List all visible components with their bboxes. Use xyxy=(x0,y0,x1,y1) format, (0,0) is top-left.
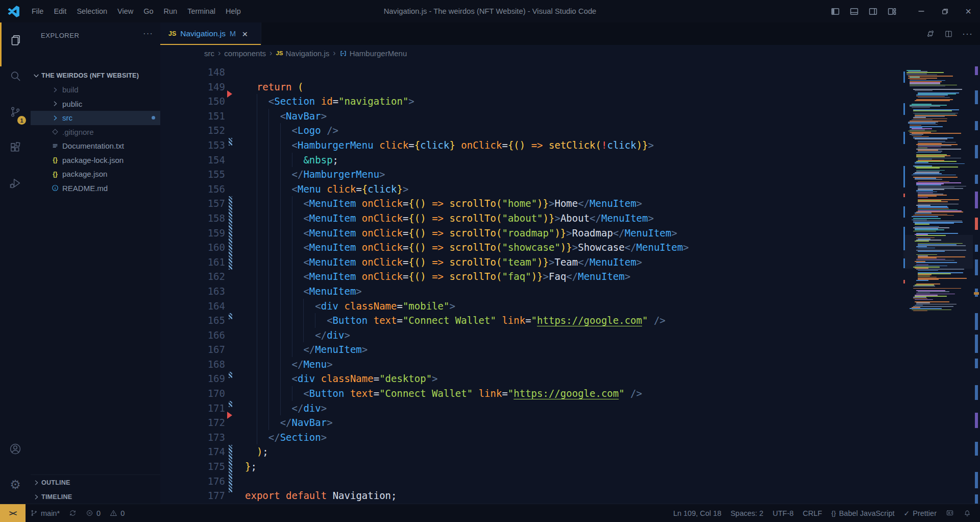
token: } xyxy=(537,271,543,282)
section-outline[interactable]: OUTLINE xyxy=(31,475,160,489)
status-notifications[interactable] xyxy=(959,504,976,522)
status-git-branch[interactable]: main* xyxy=(26,504,64,522)
restore-button[interactable] xyxy=(933,0,957,22)
indent-guide xyxy=(292,328,292,343)
minimap[interactable] xyxy=(903,61,973,504)
breadcrumb-label: Navigation.js xyxy=(285,49,329,58)
activity-search-icon[interactable] xyxy=(0,58,31,94)
vscode-window: FileEditSelectionViewGoRunTerminalHelp N… xyxy=(0,0,980,522)
activity-gear-icon[interactable]: ⚙ xyxy=(0,467,31,503)
minimap-line xyxy=(918,207,948,208)
close-button[interactable]: × xyxy=(957,0,980,22)
token xyxy=(543,139,549,151)
token: onClick xyxy=(362,227,403,239)
breadcrumb-navigation-js[interactable]: JSNavigation.js xyxy=(276,49,329,58)
layout-sidebar-right-icon[interactable] xyxy=(869,7,877,16)
breadcrumb-separator: › xyxy=(218,49,220,58)
activity-extensions-icon[interactable] xyxy=(0,130,31,165)
split-editor-icon[interactable] xyxy=(944,30,953,38)
tree-item-package-json[interactable]: {}package.json xyxy=(31,167,160,181)
layout-panel-icon[interactable] xyxy=(850,7,859,16)
layout-custom-icon[interactable] xyxy=(888,7,896,16)
token: onClick xyxy=(362,212,403,224)
token: "team" xyxy=(502,256,537,268)
line-tokens: <HamburgerMenu click={click} onClick={()… xyxy=(245,138,654,153)
minimap-line xyxy=(916,94,948,96)
symbol-icon xyxy=(339,50,347,57)
menu-file[interactable]: File xyxy=(27,0,48,22)
activity-run-debug-icon[interactable] xyxy=(0,165,31,201)
token: scrollTo xyxy=(449,256,496,268)
indent-guide xyxy=(280,284,281,299)
close-tab-icon[interactable]: × xyxy=(242,29,248,39)
menu-go[interactable]: Go xyxy=(138,0,158,22)
activity-files-icon[interactable] xyxy=(0,22,31,58)
titlebar-controls: × xyxy=(831,0,980,22)
token xyxy=(356,212,361,224)
status-language[interactable]: {}Babel JavaScript xyxy=(827,504,899,522)
minimap-line xyxy=(910,308,942,309)
workspace-section-header[interactable]: THE WEIRDOS (NFT WEBSITE) xyxy=(31,68,160,83)
token: > xyxy=(408,96,414,107)
tree-item-build[interactable]: build xyxy=(31,83,160,97)
indent-guide xyxy=(257,299,257,314)
menu-terminal[interactable]: Terminal xyxy=(182,0,220,22)
breadcrumb-hamburgermenu[interactable]: HamburgerMenu xyxy=(339,49,407,58)
tree-item-readme-md[interactable]: README.md xyxy=(31,181,160,196)
token: id xyxy=(321,96,333,107)
token: onClick xyxy=(461,139,502,151)
token: About xyxy=(560,212,590,224)
status-eol[interactable]: CRLF xyxy=(798,504,827,522)
tree-item-public[interactable]: public xyxy=(31,97,160,111)
status-remote[interactable]: >< xyxy=(0,504,26,522)
tree-item--gitignore[interactable]: .gitignore xyxy=(31,125,160,139)
menu-run[interactable]: Run xyxy=(159,0,183,22)
status-encoding[interactable]: UTF-8 xyxy=(768,504,798,522)
token: } xyxy=(560,227,566,239)
menu-view[interactable]: View xyxy=(112,0,138,22)
tree-item-documentation-txt[interactable]: Documentation.txt xyxy=(31,139,160,153)
status-formatter[interactable]: ✓Prettier xyxy=(899,504,941,522)
line-tokens: <div className="mobile"> xyxy=(245,299,455,314)
open-changes-icon[interactable] xyxy=(926,29,935,38)
token xyxy=(356,256,361,268)
indent-guide xyxy=(268,371,269,386)
overview-ruler-mark xyxy=(975,313,978,330)
status-warnings[interactable]: 0 xyxy=(105,504,129,522)
token: > xyxy=(671,227,677,239)
code-editor[interactable]: 1481491501511521531541551561571581591601… xyxy=(160,61,980,504)
status-sync[interactable] xyxy=(64,504,81,522)
menu-selection[interactable]: Selection xyxy=(71,0,112,22)
activity-source-control-icon[interactable]: 1 xyxy=(0,94,31,130)
line-number: 153 xyxy=(160,138,225,153)
minimap-line xyxy=(913,297,926,298)
chevron-right-icon xyxy=(51,86,59,93)
minimize-button[interactable] xyxy=(910,0,933,22)
error-icon xyxy=(86,509,93,517)
menu-help[interactable]: Help xyxy=(220,0,246,22)
explorer-more-actions-icon[interactable]: ··· xyxy=(143,29,153,39)
menu-edit[interactable]: Edit xyxy=(48,0,71,22)
minimap-line xyxy=(906,74,927,75)
status-line-col[interactable]: Ln 109, Col 18 xyxy=(669,504,726,522)
breadcrumb-src[interactable]: src xyxy=(204,49,214,58)
minimap-git-marker xyxy=(903,194,905,197)
file-label: src xyxy=(62,113,72,122)
minimap-line xyxy=(916,235,946,236)
more-actions-icon[interactable]: ··· xyxy=(962,29,973,39)
section-timeline[interactable]: TIMELINE xyxy=(31,489,160,504)
token xyxy=(315,373,321,384)
indent-guide xyxy=(280,123,281,138)
git-modified-decoration xyxy=(229,313,232,319)
status-indentation[interactable]: Spaces: 2 xyxy=(726,504,768,522)
overview-ruler[interactable] xyxy=(973,61,980,504)
tree-item-package-lock-json[interactable]: {}package-lock.json xyxy=(31,153,160,168)
breadcrumb-components[interactable]: components xyxy=(224,49,266,58)
token: } xyxy=(543,198,549,209)
tab-navigation-js[interactable]: JS Navigation.js M × xyxy=(160,22,261,45)
layout-sidebar-left-icon[interactable] xyxy=(831,7,840,16)
status-errors[interactable]: 0 xyxy=(81,504,105,522)
status-feedback[interactable] xyxy=(941,504,959,522)
activity-account-icon[interactable] xyxy=(0,431,31,467)
tree-item-src[interactable]: src xyxy=(31,111,160,125)
